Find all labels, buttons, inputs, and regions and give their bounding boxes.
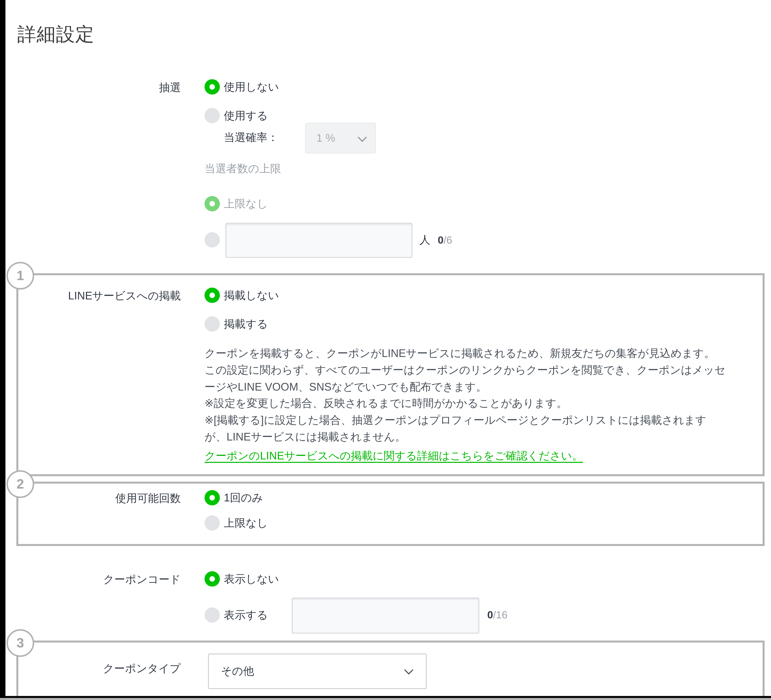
winner-counter-max: /6 — [444, 234, 452, 245]
annotation-number-1: 1 — [16, 268, 24, 283]
annotation-number-3: 3 — [16, 635, 24, 651]
coupon-type-label: クーポンタイプ — [0, 662, 181, 675]
annotation-box-2 — [16, 482, 764, 546]
line-service-description: クーポンを掲載すると、クーポンがLINEサービスに掲載されるため、新規友だちの集… — [205, 345, 725, 445]
winner-limit-radio — [205, 232, 220, 248]
coupon-type-select[interactable]: その他 — [208, 653, 427, 689]
line-service-radio-hide[interactable] — [205, 287, 220, 303]
winner-limit-heading: 当選者数の上限 — [205, 162, 281, 176]
coupon-code-counter-current: 0 — [487, 609, 493, 620]
bottom-edge-black-line — [0, 696, 771, 698]
description-line: が、LINEサービスには掲載されません。 — [205, 429, 725, 445]
winner-unit-label: 人 — [420, 233, 431, 247]
coupon-code-counter-max: /16 — [493, 609, 507, 620]
winner-no-limit-label: 上限なし — [224, 197, 268, 211]
description-line: クーポンを掲載すると、クーポンがLINEサービスに掲載されるため、新規友だちの集… — [205, 345, 725, 362]
usage-unlimited-radio[interactable] — [205, 515, 220, 531]
lottery-label: 抽選 — [0, 81, 181, 94]
lottery-radio-not-use[interactable] — [205, 79, 220, 95]
annotation-badge-1: 1 — [7, 262, 34, 289]
annotation-badge-2: 2 — [7, 470, 34, 498]
usage-once-label[interactable]: 1回のみ — [224, 491, 263, 505]
win-probability-value: 1 % — [316, 132, 335, 145]
description-line: ージやLINE VOOM、SNSなどでいつでも配布できます。 — [205, 378, 725, 395]
advanced-settings-page: 詳細設定 抽選 使用しない 使用する 当選確率： 1 % 当選者数の上限 上限な… — [0, 0, 771, 700]
coupon-code-input — [292, 598, 480, 634]
lottery-option-not-use-label[interactable]: 使用しない — [224, 80, 279, 94]
usage-unlimited-label[interactable]: 上限なし — [224, 516, 268, 530]
page-title: 詳細設定 — [17, 24, 94, 45]
winner-no-limit-radio — [205, 196, 220, 211]
description-line: この設定に関わらず、すべてのユーザーはクーポンのリンクからクーポンを閲覧でき、ク… — [205, 362, 725, 378]
coupon-code-radio-show[interactable] — [205, 607, 220, 623]
description-line: ※[掲載する]に設定した場合、抽選クーポンはプロフィールページとクーポンリストに… — [205, 412, 725, 429]
description-line: ※設定を変更した場合、反映されるまでに時間がかかることがあります。 — [205, 395, 725, 412]
win-probability-select: 1 % — [305, 123, 376, 153]
coupon-code-option-show-label[interactable]: 表示する — [224, 608, 268, 622]
coupon-code-label: クーポンコード — [0, 573, 181, 586]
lottery-radio-use[interactable] — [205, 108, 220, 123]
winner-counter-current: 0 — [438, 234, 443, 245]
winner-counter: 0/6 — [438, 234, 452, 246]
winner-limit-input — [225, 223, 412, 258]
win-probability-label: 当選確率： — [224, 131, 278, 145]
coupon-code-radio-hide[interactable] — [205, 571, 220, 586]
chevron-down-icon — [404, 666, 413, 674]
chevron-down-icon — [358, 133, 367, 142]
line-service-option-show-label[interactable]: 掲載する — [224, 317, 268, 331]
line-service-radio-show[interactable] — [205, 316, 220, 332]
coupon-type-value: その他 — [221, 664, 254, 679]
line-service-option-hide-label[interactable]: 掲載しない — [224, 289, 279, 302]
line-service-label: LINEサービスへの掲載 — [0, 289, 181, 302]
usage-once-radio[interactable] — [205, 490, 220, 505]
coupon-code-counter: 0/16 — [487, 609, 507, 621]
coupon-code-option-hide-label[interactable]: 表示しない — [224, 572, 279, 586]
lottery-option-use-label[interactable]: 使用する — [224, 109, 268, 123]
left-edge-strip — [0, 0, 5, 700]
line-service-details-link[interactable]: クーポンのLINEサービスへの掲載に関する詳細はこちらをご確認ください。 — [205, 448, 583, 463]
annotation-number-2: 2 — [16, 476, 24, 492]
bottom-edge-grey-bar — [0, 698, 771, 700]
annotation-badge-3: 3 — [7, 629, 34, 657]
